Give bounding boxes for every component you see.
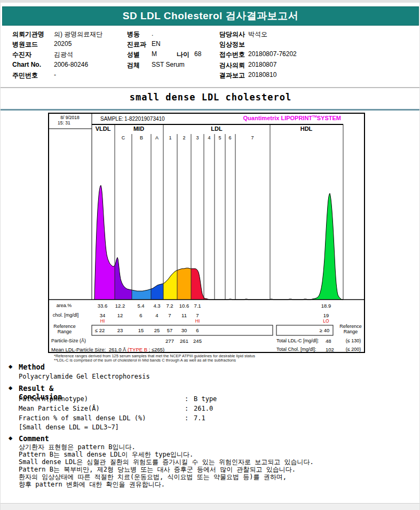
densitometry-plot	[48, 113, 365, 353]
lipoprint-chart-panel: 8/ 9/201815: 31SAMPLE:1-822019073410Quan…	[48, 113, 365, 353]
result-colon: :	[185, 395, 188, 403]
chol-value: 4	[155, 312, 158, 318]
ref-value-hdl: ≥ 40	[320, 327, 329, 333]
sub-band-label: 1	[169, 135, 171, 140]
band-fill	[94, 185, 115, 300]
area-value: 7.2	[166, 303, 173, 309]
field-value: 20205	[54, 40, 72, 48]
result-value: 7.1	[194, 414, 205, 422]
panel-border	[49, 113, 364, 352]
particle-size-value: 277	[165, 338, 174, 344]
total-chol-value: 102	[326, 347, 334, 352]
area-value-hdl: 18.9	[321, 303, 331, 309]
band-fill	[151, 284, 163, 300]
result-note: [Small dense LDL = LDL3~7]	[19, 423, 119, 431]
sub-band-label: B	[140, 135, 143, 140]
area-value: 5.4	[137, 303, 144, 309]
band-label: MID	[133, 125, 144, 132]
band-label: HDL	[300, 125, 313, 132]
sub-band-label: 3	[196, 135, 199, 140]
field-value: M	[152, 50, 157, 58]
mean-particle-size-part: Mean LDL-Particle Size: 261.0 Å	[51, 347, 128, 352]
field-value: 20180810	[248, 71, 276, 79]
field-label: 나이	[177, 50, 189, 59]
ref-value: ≤ 22	[95, 327, 105, 333]
area-value: 12.2	[115, 303, 125, 309]
result-colon: :	[185, 414, 188, 422]
section-title: small dense LDL cholesterol	[1, 92, 420, 103]
field-value: 68	[194, 50, 201, 58]
ref-range-label: Reference	[53, 324, 76, 329]
sample-id: 1-822019073410	[124, 116, 165, 122]
band-fill	[311, 193, 343, 300]
mean-particle-size-part: ; ≤265)	[147, 347, 164, 352]
chol-value: 12	[117, 312, 123, 318]
page-top-strip	[1, 0, 420, 3]
divider-line	[1, 87, 420, 88]
result-label: Fraction % of small dense LDL (%)	[19, 414, 146, 422]
ref-range-label: Reference	[339, 324, 362, 329]
sub-band-label: 7	[251, 135, 253, 140]
particle-size-value: 261	[180, 338, 188, 344]
band-fill	[177, 268, 191, 300]
field-value: .	[152, 30, 153, 37]
ref-range-label: Range	[344, 329, 358, 334]
total-ldl-value: 48	[326, 338, 331, 344]
area-value: 10.6	[179, 303, 189, 309]
field-label: 검사의뢰	[219, 61, 245, 70]
sub-band-label: 6	[228, 135, 231, 140]
area-row-label: area.%	[57, 303, 72, 308]
sub-band-label: C	[122, 135, 125, 140]
sub-band-label: 2	[183, 135, 185, 140]
result-label: Pattern(phenotype)	[19, 395, 88, 403]
chol-value: 11	[181, 312, 187, 318]
band-fill	[115, 257, 132, 300]
report-title: SD LDL Cholesterol 검사결과보고서	[123, 9, 298, 23]
field-value: 2006-80246	[54, 61, 88, 68]
field-value: 김광석	[54, 50, 73, 59]
field-value: 20180807-76202	[248, 50, 297, 58]
sub-band-label: 4	[208, 135, 210, 140]
result-label: Mean Particle Size(Å)	[19, 405, 100, 412]
particle-size-label: Particle-Size (Å)	[51, 338, 86, 343]
field-value: 의) 광명의료재단	[54, 30, 102, 39]
run-date: 8/ 9/2018	[60, 115, 79, 120]
sample-label: SAMPLE:	[100, 116, 123, 122]
brand-text: Quantimetrix LIPOPRINT	[243, 115, 313, 121]
hi-flag: HI	[195, 318, 200, 324]
lab-report-page: { "page": { "header_title": "SD LDL Chol…	[0, 0, 420, 510]
band-fill	[163, 270, 177, 300]
ref-value: 6	[196, 327, 199, 333]
ref-value: 57	[167, 327, 173, 333]
report-title-bar: SD LDL Cholesterol 검사결과보고서	[2, 6, 419, 26]
chol-value-hdl: 19	[323, 312, 329, 318]
chol-value: 6	[139, 312, 142, 318]
field-value: SST Serum	[152, 61, 185, 68]
page-footer-strip	[1, 503, 420, 510]
chol-row-label: chol. [mg/dl]	[53, 312, 79, 318]
brand-logo: Quantimetrix LIPOPRINTTMSYSTEM	[243, 115, 341, 121]
field-label: 병동	[127, 30, 140, 39]
field-label: 결과보고	[219, 71, 245, 80]
field-value: 20180807	[248, 61, 276, 68]
field-label: 주민번호	[12, 71, 38, 80]
divider-line-teal	[1, 109, 420, 111]
particle-size-value: 245	[193, 338, 202, 344]
band-fill	[191, 269, 211, 300]
diamond-icon: ◆	[9, 384, 12, 391]
brand-tm-mark: TM	[312, 115, 317, 118]
band-label: VLDL	[96, 125, 111, 132]
run-time: 15: 31	[58, 120, 70, 125]
ref-value: 23	[117, 327, 123, 333]
comment-line: 향후 pattern 변화에 대한 확인을 권유합니다.	[19, 480, 165, 489]
lo-flag: LO	[323, 318, 329, 324]
ref-value: 30	[181, 327, 187, 333]
result-value: B type	[194, 395, 217, 403]
field-label: 성별	[127, 50, 140, 59]
method-title: Method	[19, 363, 45, 371]
ref-value: 25	[154, 327, 160, 333]
diamond-icon: ◆	[9, 434, 12, 442]
mean-particle-size: Mean LDL-Particle Size: 261.0 Å (TYPE B …	[51, 347, 164, 352]
hi-flag: HI	[100, 318, 105, 324]
field-label: Chart No.	[12, 61, 41, 68]
